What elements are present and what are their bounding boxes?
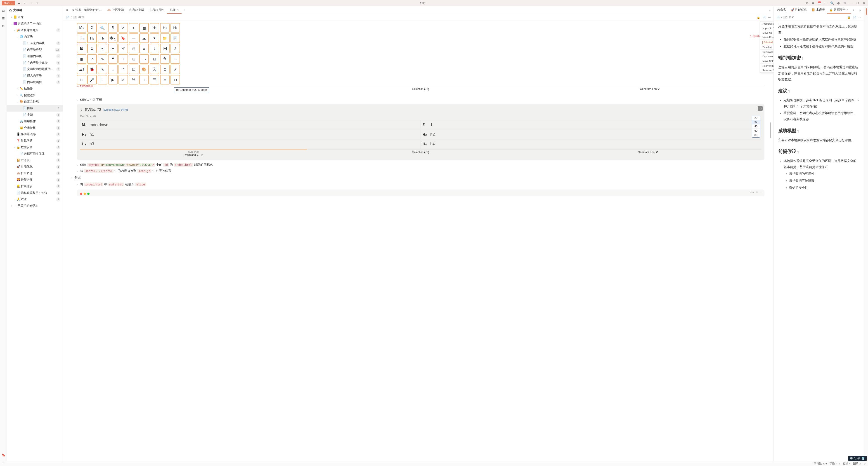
icon-cell[interactable]: ⌃ bbox=[119, 65, 128, 74]
icon-cell[interactable]: 🎤 bbox=[87, 75, 97, 85]
tree-item[interactable]: 📄引用内容块5 bbox=[7, 53, 63, 60]
tree-item[interactable]: 📄内容块类型14 bbox=[7, 46, 63, 53]
menu-item[interactable]: Deselect⎘ bbox=[760, 45, 774, 49]
settings-icon[interactable]: ⚙ bbox=[842, 1, 847, 6]
tree-item[interactable]: 📄隐私政策和用户协议1 bbox=[7, 190, 63, 196]
tab-add[interactable]: + bbox=[851, 7, 856, 13]
forward-icon[interactable]: → bbox=[29, 1, 34, 6]
search-icon[interactable]: 🔍 bbox=[830, 1, 835, 6]
tree-item[interactable]: ›✏️编辑器 bbox=[7, 86, 63, 92]
icon-cell[interactable]: 📄 bbox=[170, 33, 180, 43]
anchor-icon[interactable]: ¶ bbox=[797, 129, 799, 133]
tab-dropdown-icon[interactable]: ⌄ bbox=[767, 8, 772, 13]
icon-cell[interactable]: ≡ bbox=[98, 44, 107, 53]
tree-item[interactable]: ›·已关闭的笔记本 bbox=[7, 203, 63, 209]
icon-cell[interactable]: ⤡ bbox=[98, 65, 107, 74]
doc-icon[interactable]: 📄 bbox=[763, 16, 766, 19]
icon-cell[interactable]: H₄ bbox=[77, 33, 86, 43]
icon-cell[interactable]: Σ bbox=[87, 23, 97, 33]
icon-cell[interactable]: ⇓ bbox=[150, 44, 159, 53]
window-icon[interactable]: ▭ bbox=[823, 1, 828, 6]
tree-item[interactable]: 📱移动端 App1 bbox=[7, 131, 63, 138]
icon-cell[interactable]: 🔍 bbox=[98, 23, 107, 33]
icon-cell[interactable]: ✎ bbox=[98, 54, 107, 64]
menu-item[interactable]: Remove Set⎘ bbox=[760, 68, 774, 72]
tree-item[interactable]: 📄文档块和标题块的转换2 bbox=[7, 66, 63, 72]
tab[interactable]: 内容块属性 bbox=[147, 6, 167, 14]
panel-menu-icon[interactable]: ⋯ bbox=[758, 106, 763, 111]
icon-cell[interactable]: ▦ bbox=[77, 54, 86, 64]
dock-indicator[interactable] bbox=[866, 8, 867, 15]
workspace-pill[interactable]: 笔记 ⌄ bbox=[2, 1, 15, 5]
icon-cell[interactable]: ⊎ bbox=[139, 44, 149, 53]
tree-item[interactable]: ⌄🎨自定义外观 bbox=[7, 98, 63, 105]
tree-item[interactable]: ⌄🔒数据安全2 bbox=[7, 144, 63, 151]
back-icon[interactable]: ← bbox=[23, 1, 28, 6]
icon-cell[interactable]: ⏸ bbox=[98, 75, 107, 85]
icon-cell[interactable]: ⋯ bbox=[170, 54, 180, 64]
tree-item[interactable]: 📄内容块属性2 bbox=[7, 79, 63, 86]
breadcrumb-label[interactable]: 概述 bbox=[79, 15, 84, 19]
icon-cell[interactable]: ⊤ bbox=[119, 54, 128, 64]
tree-item[interactable]: ❓常见问题5 bbox=[7, 138, 63, 144]
tree-item[interactable]: 📄在内容块中遨游6 bbox=[7, 60, 63, 66]
tree-item[interactable]: ⌄🟪思源笔记用户指南 bbox=[7, 21, 63, 27]
icon-cell[interactable]: ⊡ bbox=[77, 75, 86, 85]
outline-dock-icon[interactable]: ☰ bbox=[1, 16, 6, 21]
icon-cell[interactable]: ⊟ bbox=[129, 44, 138, 53]
crown-icon[interactable]: ♔ bbox=[804, 1, 809, 6]
icon-cell[interactable]: ❝ bbox=[108, 54, 118, 64]
icon-cell[interactable]: ✕ bbox=[119, 23, 128, 33]
more-icon[interactable]: ⋯ bbox=[859, 16, 861, 19]
icon-cell[interactable]: ▦ bbox=[139, 23, 149, 33]
e2e-link[interactable]: 端到端加密 bbox=[804, 65, 820, 69]
icon-cell[interactable]: 📁 bbox=[160, 33, 169, 43]
doc-icon[interactable]: 📄 bbox=[853, 16, 856, 19]
icon-cell[interactable]: [+] bbox=[160, 44, 169, 53]
icon-cell[interactable]: ⌄ bbox=[108, 65, 118, 74]
tree-item[interactable]: ⌄🎉请从这里开始2 bbox=[7, 27, 63, 34]
tree-item[interactable]: ⌄🧊内容块 bbox=[7, 33, 63, 40]
menu-item[interactable]: Import to Set⎘ bbox=[760, 26, 774, 31]
icon-cell[interactable]: H₃ bbox=[170, 23, 180, 33]
icon-cell[interactable]: ⚙ bbox=[87, 44, 97, 53]
right-tab[interactable]: 🔒数据安全✕ bbox=[827, 6, 851, 13]
svg-entry[interactable]: H₁h1 bbox=[80, 130, 421, 139]
icon-cell[interactable]: › bbox=[129, 23, 138, 33]
icon-cell[interactable]: ⊟ bbox=[170, 75, 180, 85]
svg-entry[interactable]: H₃h3 bbox=[80, 139, 421, 148]
minimize-icon[interactable]: — bbox=[848, 1, 854, 6]
generate-svg-button[interactable]: ▦ Generate SVG & More bbox=[174, 88, 209, 92]
right-tab[interactable]: 未命名 bbox=[775, 6, 788, 13]
menu-item[interactable]: Select AllDeselect bbox=[760, 39, 774, 45]
icon-cell[interactable]: H₂ bbox=[160, 23, 169, 33]
icon-cell[interactable]: 🖼 bbox=[77, 44, 86, 53]
dl-generate-font[interactable]: Generate Font 𝐹 bbox=[534, 150, 761, 158]
tree-item[interactable]: 🚀性能优化1 bbox=[7, 164, 63, 170]
icon-cell[interactable]: ▭ bbox=[139, 54, 149, 64]
svg-entry[interactable]: M↓markdown bbox=[80, 121, 421, 130]
right-tab[interactable]: 📔术语表 bbox=[809, 6, 827, 13]
icon-cell[interactable]: ☰ bbox=[150, 75, 159, 85]
anchor-icon[interactable]: ¶ bbox=[797, 150, 799, 154]
tree-item[interactable]: ›🔍搜索进阶 bbox=[7, 92, 63, 99]
tab[interactable]: 内容块类型 bbox=[127, 6, 147, 14]
anchor-icon[interactable]: ¶ bbox=[802, 56, 804, 60]
icon-cell[interactable]: Ψ bbox=[119, 44, 128, 53]
more-icon[interactable]: ⋯ bbox=[760, 191, 762, 194]
icon-cell[interactable]: ☑ bbox=[129, 65, 138, 74]
menu-item[interactable]: Move Down⎘ bbox=[760, 35, 774, 39]
icon-cell[interactable]: ⊞ bbox=[139, 75, 149, 85]
icon-cell[interactable]: H₁ bbox=[150, 23, 159, 33]
tree-item[interactable]: ›📒研究 bbox=[7, 14, 63, 21]
size-option[interactable]: 20 bbox=[752, 116, 760, 120]
tab-add[interactable]: + bbox=[182, 7, 187, 13]
send-icon[interactable]: ✈ bbox=[35, 1, 40, 6]
icon-cell[interactable]: ▶ bbox=[108, 75, 118, 85]
size-dropdown[interactable]: 2032406080 bbox=[752, 115, 760, 138]
size-option[interactable]: 32 bbox=[752, 120, 760, 125]
icon-cell[interactable]: H₅ bbox=[87, 33, 97, 43]
tree-item[interactable]: 📄嵌入内容块4 bbox=[7, 72, 63, 79]
icon-cell[interactable]: ¶ bbox=[108, 23, 118, 33]
bookmark-dock-icon[interactable]: 🔖 bbox=[1, 453, 6, 458]
